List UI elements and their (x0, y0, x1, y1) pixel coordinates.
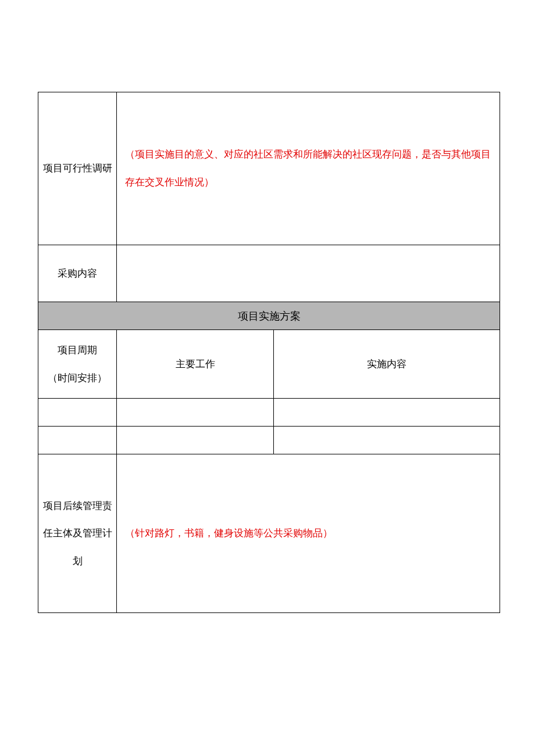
header-period: 项目周期 （时间安排） (38, 330, 117, 399)
cell-period-1 (38, 427, 117, 454)
row-plan-headers: 项目周期 （时间安排） 主要工作 实施内容 (38, 330, 500, 399)
label-feasibility: 项目可行性调研 (38, 92, 117, 245)
label-procurement: 采购内容 (38, 245, 117, 302)
form-table: 项目可行性调研 （项目实施目的意义、对应的社区需求和所能解决的社区现存问题，是否… (38, 92, 500, 613)
header-content: 实施内容 (274, 330, 500, 399)
row-management: 项目后续管理责任主体及管理计划 （针对路灯，书籍，健身设施等公共采购物品） (38, 454, 500, 613)
header-period-line1: 项目周期 (41, 336, 114, 364)
cell-procurement-value (117, 245, 500, 302)
management-note-text: （针对路灯，书籍，健身设施等公共采购物品） (119, 519, 497, 547)
feasibility-note-text: （项目实施目的意义、对应的社区需求和所能解决的社区现存问题，是否与其他项目存在交… (119, 141, 497, 196)
label-management-text: 项目后续管理责任主体及管理计划 (41, 492, 114, 575)
row-procurement: 采购内容 (38, 245, 500, 302)
row-plan-data-0 (38, 399, 500, 427)
section-header-text: 项目实施方案 (38, 302, 500, 330)
row-plan-data-1 (38, 427, 500, 454)
cell-work-1 (117, 427, 274, 454)
cell-management-note: （针对路灯，书籍，健身设施等公共采购物品） (117, 454, 500, 613)
cell-period-0 (38, 399, 117, 427)
cell-content-0 (274, 399, 500, 427)
label-management: 项目后续管理责任主体及管理计划 (38, 454, 117, 613)
row-section-header: 项目实施方案 (38, 302, 500, 330)
row-feasibility: 项目可行性调研 （项目实施目的意义、对应的社区需求和所能解决的社区现存问题，是否… (38, 92, 500, 245)
header-period-line2: （时间安排） (41, 364, 114, 392)
cell-work-0 (117, 399, 274, 427)
cell-feasibility-note: （项目实施目的意义、对应的社区需求和所能解决的社区现存问题，是否与其他项目存在交… (117, 92, 500, 245)
header-work: 主要工作 (117, 330, 274, 399)
form-table-container: 项目可行性调研 （项目实施目的意义、对应的社区需求和所能解决的社区现存问题，是否… (38, 92, 500, 613)
cell-content-1 (274, 427, 500, 454)
